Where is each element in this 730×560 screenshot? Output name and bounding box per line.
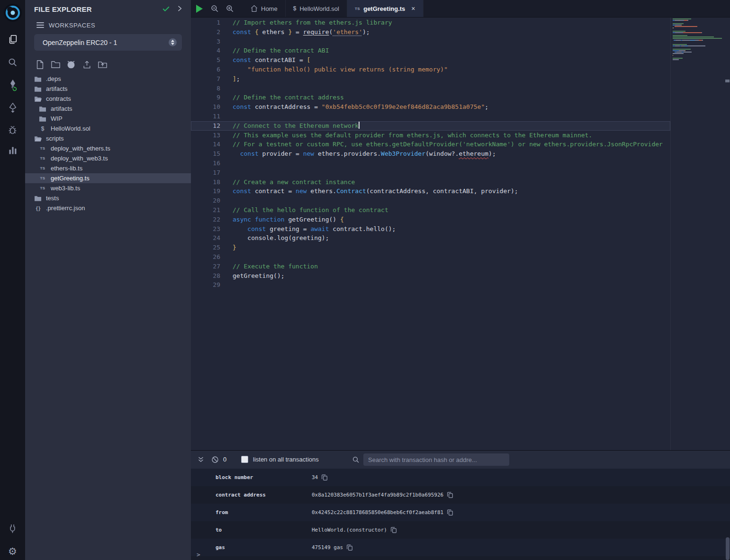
run-script-button[interactable] bbox=[191, 0, 207, 17]
file-explorer-icon[interactable] bbox=[0, 30, 25, 49]
check-icon[interactable] bbox=[162, 5, 170, 15]
code-line-24[interactable]: 24 console.log(greeting); bbox=[191, 233, 670, 243]
code-line-17[interactable]: 17 bbox=[191, 168, 670, 178]
upload-file-icon[interactable] bbox=[81, 59, 92, 70]
tree-item-deploy-with-web3-ts[interactable]: TSdeploy_with_web3.ts bbox=[25, 153, 191, 163]
ts-icon: TS bbox=[355, 7, 360, 11]
tree-item-artifacts[interactable]: artifacts bbox=[25, 104, 191, 114]
code-line-14[interactable]: 14// For a testnet or custom RPC, use et… bbox=[191, 140, 670, 149]
code-line-8[interactable]: 8 bbox=[191, 84, 670, 93]
tree-item-artifacts[interactable]: artifacts bbox=[25, 84, 191, 94]
debugger-icon[interactable] bbox=[0, 120, 25, 139]
line-number: 10 bbox=[191, 102, 220, 112]
minimap[interactable] bbox=[670, 18, 725, 450]
code-line-12[interactable]: 12// Connect to the Ethereum network bbox=[191, 121, 670, 131]
code-area: 1// Import ethers from the ethers.js lib… bbox=[191, 18, 670, 450]
zoom-in-icon[interactable] bbox=[222, 0, 237, 17]
ts-icon: TS bbox=[39, 156, 46, 160]
code-line-19[interactable]: 19const contract = new ethers.Contract(c… bbox=[191, 187, 670, 196]
tree-item-helloworld-sol[interactable]: $HelloWorld.sol bbox=[25, 124, 191, 133]
code-line-25[interactable]: 25} bbox=[191, 243, 670, 252]
code-line-6[interactable]: 6 "function hello() public view returns … bbox=[191, 65, 670, 74]
code-line-9[interactable]: 9// Define the contract address bbox=[191, 93, 670, 102]
home-icon bbox=[251, 5, 258, 12]
plug-icon[interactable] bbox=[0, 519, 25, 538]
clear-console-icon[interactable] bbox=[210, 455, 220, 464]
remix-logo-icon[interactable] bbox=[1, 1, 24, 24]
settings-gear-icon[interactable]: ⚙ bbox=[0, 542, 25, 560]
copy-icon[interactable] bbox=[447, 509, 453, 516]
tree-item-contracts[interactable]: contracts bbox=[25, 94, 191, 104]
open-folder-icon[interactable] bbox=[97, 59, 108, 70]
deploy-and-run-icon[interactable] bbox=[0, 98, 25, 117]
tree-item-wip[interactable]: WIP bbox=[25, 114, 191, 124]
tab-helloworld-sol[interactable]: $HelloWorld.sol bbox=[286, 0, 347, 17]
code-line-4[interactable]: 4// Define the contract ABI bbox=[191, 46, 670, 55]
search-icon[interactable] bbox=[0, 53, 25, 71]
terminal-prompt[interactable]: > bbox=[197, 551, 200, 558]
github-icon[interactable] bbox=[65, 59, 77, 70]
code-line-1[interactable]: 1// Import ethers from the ethers.js lib… bbox=[191, 18, 670, 27]
tree-item-deploy-with-ethers-ts[interactable]: TSdeploy_with_ethers.ts bbox=[25, 143, 191, 153]
folder-icon bbox=[34, 76, 42, 82]
tree-item-scripts[interactable]: scripts bbox=[25, 133, 191, 143]
workspace-select[interactable]: OpenZeppelin ERC20 - 1 bbox=[34, 34, 182, 51]
line-number: 18 bbox=[191, 178, 220, 187]
editor-scrollbar[interactable] bbox=[725, 18, 730, 450]
tree-item-label: artifacts bbox=[46, 85, 68, 92]
plugin-manager-icon[interactable] bbox=[0, 141, 25, 160]
listen-transactions-checkbox[interactable] bbox=[241, 456, 248, 463]
code-line-3[interactable]: 3 bbox=[191, 37, 670, 46]
expand-terminal-icon[interactable] bbox=[196, 455, 206, 464]
new-folder-icon[interactable] bbox=[50, 59, 61, 70]
tab-getgreeting-ts[interactable]: TSgetGreeting.ts× bbox=[347, 0, 424, 17]
zoom-out-icon[interactable] bbox=[207, 0, 222, 17]
code-line-29[interactable]: 29 bbox=[191, 280, 670, 290]
hamburger-menu-icon[interactable] bbox=[36, 22, 44, 30]
line-number: 29 bbox=[191, 280, 220, 290]
copy-icon[interactable] bbox=[347, 544, 352, 551]
code-line-11[interactable]: 11 bbox=[191, 112, 670, 121]
close-tab-icon[interactable]: × bbox=[411, 5, 415, 12]
new-file-icon[interactable] bbox=[34, 59, 45, 70]
code-line-21[interactable]: 21// Call the hello function of the cont… bbox=[191, 205, 670, 215]
tree-item-tests[interactable]: tests bbox=[25, 193, 191, 203]
code-line-text: getGreeting(); bbox=[233, 271, 285, 281]
terminal-search-input[interactable] bbox=[363, 453, 509, 466]
code-line-2[interactable]: 2const { ethers } = require('ethers'); bbox=[191, 27, 670, 37]
code-editor[interactable]: 1// Import ethers from the ethers.js lib… bbox=[191, 18, 730, 450]
editor-scrollbar-thumb[interactable] bbox=[725, 80, 730, 82]
code-line-text: // Import ethers from the ethers.js libr… bbox=[233, 18, 392, 27]
tree-item-web3-lib-ts[interactable]: TSweb3-lib.ts bbox=[25, 183, 191, 193]
tree-item-getgreeting-ts[interactable]: TSgetGreeting.ts bbox=[25, 173, 191, 183]
code-line-18[interactable]: 18// Create a new contract instance bbox=[191, 178, 670, 187]
code-line-28[interactable]: 28getGreeting(); bbox=[191, 271, 670, 281]
code-line-27[interactable]: 27// Execute the function bbox=[191, 262, 670, 271]
code-line-text: const contractABI = [ bbox=[233, 55, 310, 65]
tree-item--deps[interactable]: .deps bbox=[25, 74, 191, 84]
code-line-13[interactable]: 13// This example uses the default provi… bbox=[191, 131, 670, 140]
copy-icon[interactable] bbox=[447, 492, 453, 498]
code-line-16[interactable]: 16 bbox=[191, 159, 670, 168]
copy-icon[interactable] bbox=[391, 527, 397, 533]
solidity-compiler-icon[interactable] bbox=[0, 76, 25, 95]
code-line-23[interactable]: 23 const greeting = await contract.hello… bbox=[191, 224, 670, 234]
code-line-5[interactable]: 5const contractABI = [ bbox=[191, 55, 670, 65]
tree-item-ethers-lib-ts[interactable]: TSethers-lib.ts bbox=[25, 163, 191, 173]
chevron-right-icon[interactable] bbox=[176, 5, 183, 14]
code-line-20[interactable]: 20 bbox=[191, 196, 670, 205]
code-line-text: async function getGreeting() { bbox=[233, 215, 344, 224]
code-line-7[interactable]: 7]; bbox=[191, 74, 670, 84]
code-line-text: const greeting = await contract.hello(); bbox=[233, 224, 396, 234]
code-line-text: console.log(greeting); bbox=[233, 233, 329, 243]
window-scrollbar-thumb[interactable] bbox=[726, 537, 730, 560]
transaction-row-to: toHelloWorld.(constructor) bbox=[191, 521, 730, 539]
line-number: 11 bbox=[191, 112, 220, 121]
copy-icon[interactable] bbox=[322, 474, 327, 480]
tree-item--prettierrc-json[interactable]: { }.prettierrc.json bbox=[25, 203, 191, 213]
tab-home[interactable]: Home bbox=[243, 0, 286, 17]
code-line-26[interactable]: 26 bbox=[191, 252, 670, 262]
code-line-10[interactable]: 10const contractAddress = "0xb54febb5c0c… bbox=[191, 102, 670, 112]
code-line-15[interactable]: 15 const provider = new ethers.providers… bbox=[191, 149, 670, 159]
code-line-22[interactable]: 22async function getGreeting() { bbox=[191, 215, 670, 224]
